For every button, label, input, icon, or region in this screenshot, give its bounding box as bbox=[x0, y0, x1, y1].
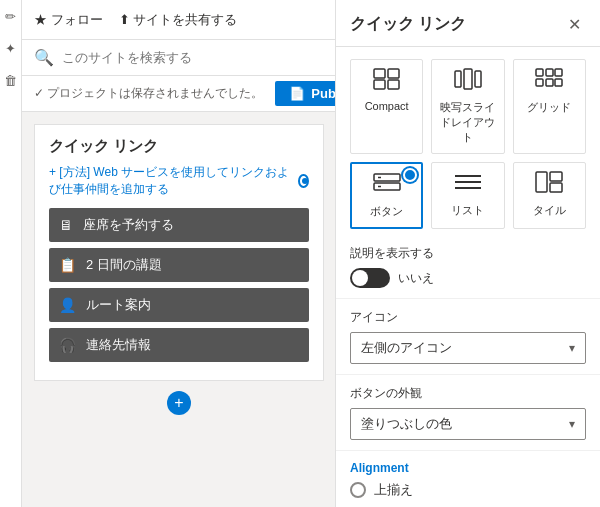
button-appearance-label: ボタンの外観 bbox=[350, 385, 586, 402]
description-section: 説明を表示する いいえ bbox=[336, 235, 600, 299]
grid-icon bbox=[535, 68, 563, 96]
close-icon: ✕ bbox=[568, 15, 581, 34]
radio-indicator bbox=[298, 174, 309, 188]
item-icon-3: 🎧 bbox=[59, 337, 76, 353]
compact-icon bbox=[373, 68, 401, 96]
tile-icon bbox=[535, 171, 563, 199]
layout-option-compact[interactable]: Compact bbox=[350, 59, 423, 154]
svg-rect-8 bbox=[546, 69, 553, 76]
list-item[interactable]: 🎧 連絡先情報 bbox=[49, 328, 309, 362]
item-icon-2: 👤 bbox=[59, 297, 76, 313]
item-label-3: 連絡先情報 bbox=[86, 336, 151, 354]
search-icon: 🔍 bbox=[34, 48, 54, 67]
publish-icon: 📄 bbox=[289, 86, 305, 101]
alignment-section: Alignment 上揃え bbox=[336, 451, 600, 507]
button-icon bbox=[373, 172, 401, 200]
list-icon bbox=[454, 171, 482, 199]
filmstrip-icon bbox=[454, 68, 482, 96]
svg-rect-0 bbox=[374, 69, 385, 78]
layout-option-button[interactable]: ボタン bbox=[350, 162, 423, 229]
svg-rect-21 bbox=[550, 172, 562, 181]
svg-rect-14 bbox=[374, 183, 400, 190]
item-label-1: 2 日間の講題 bbox=[86, 256, 162, 274]
share-label: ⬆ サイトを共有する bbox=[119, 11, 238, 29]
layout-grid: Compact 映写スライドレイアウト bbox=[336, 47, 600, 235]
svg-rect-5 bbox=[464, 69, 472, 89]
save-notice-text: ✓ プロジェクトは保存されませんでした。 bbox=[34, 85, 263, 102]
button-appearance-section: ボタンの外観 塗りつぶしの色 ▾ bbox=[336, 375, 600, 451]
edit-icon[interactable]: ✏ bbox=[3, 8, 19, 24]
button-appearance-value: 塗りつぶしの色 bbox=[361, 415, 452, 433]
svg-rect-2 bbox=[374, 80, 385, 89]
list-label: リスト bbox=[451, 203, 484, 218]
toggle-row: いいえ bbox=[350, 268, 586, 288]
alignment-label: Alignment bbox=[350, 461, 586, 475]
layout-option-list[interactable]: リスト bbox=[431, 162, 504, 229]
plus-icon[interactable]: ✦ bbox=[3, 40, 19, 56]
description-label: 説明を表示する bbox=[350, 245, 586, 262]
svg-rect-11 bbox=[546, 79, 553, 86]
add-link-row[interactable]: + [方法] Web サービスを使用してリンクおよび仕事仲間を追加する bbox=[49, 164, 309, 198]
layout-option-tile[interactable]: タイル bbox=[513, 162, 586, 229]
chevron-down-icon-2: ▾ bbox=[569, 417, 575, 431]
svg-rect-7 bbox=[536, 69, 543, 76]
trash-icon[interactable]: 🗑 bbox=[3, 72, 19, 88]
add-section-area: + bbox=[34, 391, 324, 415]
left-sidebar: ✏ ✦ 🗑 bbox=[0, 0, 22, 507]
description-toggle[interactable] bbox=[350, 268, 390, 288]
panel-title: クイック リンク bbox=[350, 14, 466, 35]
layout-option-grid[interactable]: グリッド bbox=[513, 59, 586, 154]
icon-dropdown[interactable]: 左側のアイコン ▾ bbox=[350, 332, 586, 364]
compact-label: Compact bbox=[365, 100, 409, 112]
item-label-2: ルート案内 bbox=[86, 296, 151, 314]
share-button[interactable]: ⬆ サイトを共有する bbox=[119, 11, 238, 29]
list-item[interactable]: 👤 ルート案内 bbox=[49, 288, 309, 322]
svg-rect-10 bbox=[536, 79, 543, 86]
svg-rect-4 bbox=[455, 71, 461, 87]
grid-label: グリッド bbox=[527, 100, 571, 115]
follow-label: ★ フォロー bbox=[34, 11, 103, 29]
save-notice: ✓ プロジェクトは保存されませんでした。 bbox=[34, 85, 263, 102]
item-icon-1: 📋 bbox=[59, 257, 76, 273]
icon-dropdown-value: 左側のアイコン bbox=[361, 339, 452, 357]
svg-rect-6 bbox=[475, 71, 481, 87]
icon-section: アイコン 左側のアイコン ▾ bbox=[336, 299, 600, 375]
follow-button[interactable]: ★ フォロー bbox=[34, 11, 103, 29]
svg-rect-22 bbox=[550, 183, 562, 192]
toggle-value: いいえ bbox=[398, 270, 434, 287]
svg-rect-1 bbox=[388, 69, 399, 78]
button-label: ボタン bbox=[370, 204, 403, 219]
right-panel: クイック リンク ✕ Compact bbox=[335, 0, 600, 507]
svg-rect-13 bbox=[374, 174, 400, 181]
svg-rect-9 bbox=[555, 69, 562, 76]
quick-links-card: クイック リンク + [方法] Web サービスを使用してリンクおよび仕事仲間を… bbox=[34, 124, 324, 381]
close-button[interactable]: ✕ bbox=[562, 12, 586, 36]
add-link-text: + [方法] Web サービスを使用してリンクおよび仕事仲間を追加する bbox=[49, 164, 292, 198]
svg-rect-20 bbox=[536, 172, 547, 192]
panel-header: クイック リンク ✕ bbox=[336, 0, 600, 47]
chevron-down-icon: ▾ bbox=[569, 341, 575, 355]
svg-rect-12 bbox=[555, 79, 562, 86]
item-icon-0: 🖥 bbox=[59, 217, 73, 233]
list-item[interactable]: 📋 2 日間の講題 bbox=[49, 248, 309, 282]
quick-links-title: クイック リンク bbox=[49, 137, 309, 156]
list-item[interactable]: 🖥 座席を予約する bbox=[49, 208, 309, 242]
alignment-option[interactable]: 上揃え bbox=[350, 481, 586, 499]
filmstrip-label: 映写スライドレイアウト bbox=[436, 100, 499, 145]
toggle-thumb bbox=[352, 270, 368, 286]
tile-label: タイル bbox=[533, 203, 566, 218]
add-section-button[interactable]: + bbox=[167, 391, 191, 415]
layout-option-filmstrip[interactable]: 映写スライドレイアウト bbox=[431, 59, 504, 154]
icon-label: アイコン bbox=[350, 309, 586, 326]
alignment-value: 上揃え bbox=[374, 481, 413, 499]
svg-rect-3 bbox=[388, 80, 399, 89]
button-appearance-dropdown[interactable]: 塗りつぶしの色 ▾ bbox=[350, 408, 586, 440]
item-label-0: 座席を予約する bbox=[83, 216, 174, 234]
radio-circle bbox=[350, 482, 366, 498]
